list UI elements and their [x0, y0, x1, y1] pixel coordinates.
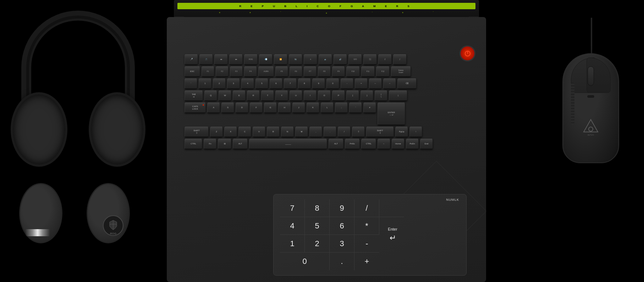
key-f13[interactable]: 🎵	[199, 54, 213, 65]
key-minus[interactable]: -	[341, 78, 353, 89]
key-rshift2[interactable]: ⇧	[352, 127, 365, 137]
key-backspace[interactable]: ⌫	[397, 78, 417, 89]
numpad-6[interactable]: 6	[330, 217, 354, 235]
key-caps[interactable]: CAPSLOCK	[185, 103, 206, 113]
key-f7[interactable]: F7	[304, 66, 317, 77]
key-end[interactable]: End	[420, 139, 433, 149]
key-lshift[interactable]: SHIFT⇧	[185, 127, 209, 137]
mouse-dpi-button[interactable]	[587, 95, 595, 98]
numpad-1[interactable]: 1	[280, 235, 305, 253]
key-f17[interactable]: ⬛	[363, 54, 377, 65]
key-win[interactable]: ⊞	[218, 139, 231, 149]
key-alt-r[interactable]: ALT	[329, 139, 343, 149]
key-p[interactable]: P	[332, 90, 345, 101]
key-d[interactable]: D	[236, 103, 248, 113]
key-u[interactable]: U	[290, 90, 302, 101]
key-arrow-right[interactable]: →	[383, 78, 396, 89]
key-g[interactable]: G	[264, 103, 277, 113]
key-fan[interactable]: 💨	[259, 54, 273, 65]
key-s[interactable]: S	[221, 103, 234, 113]
key-0[interactable]: 0	[326, 78, 339, 89]
key-2[interactable]: 2	[213, 78, 226, 89]
key-vol-up[interactable]: 🔊	[334, 54, 347, 65]
key-space[interactable]: _____	[249, 139, 327, 149]
key-x[interactable]: X	[224, 127, 237, 137]
key-l[interactable]: L	[321, 103, 334, 113]
key-a[interactable]: A	[207, 103, 220, 113]
numpad-8[interactable]: 8	[305, 199, 330, 217]
key-6[interactable]: 6	[270, 78, 282, 89]
key-disp[interactable]: O/O	[348, 54, 362, 65]
key-f8[interactable]: F8	[318, 66, 331, 77]
key-fn[interactable]: Fn	[204, 139, 216, 149]
key-enter[interactable]: ENTER←↩	[378, 103, 405, 125]
numpad-7[interactable]: 7	[280, 199, 305, 217]
key-del-ins[interactable]: DeleteInsert	[391, 66, 411, 77]
key-slash[interactable]: /	[338, 127, 351, 137]
numpad-2[interactable]: 2	[305, 235, 330, 253]
numpad-mul[interactable]: *	[354, 217, 379, 235]
key-f18[interactable]: Z	[378, 54, 392, 65]
key-comma[interactable]: ,	[309, 127, 322, 137]
key-mic[interactable]: 🎤	[185, 54, 198, 65]
key-home[interactable]: Home	[392, 139, 404, 149]
key-7[interactable]: 7	[284, 78, 297, 89]
key-ctrl-r[interactable]: CTRL	[361, 139, 376, 149]
key-left[interactable]: ←	[378, 139, 390, 149]
key-equals[interactable]: =	[355, 78, 368, 89]
key-f3[interactable]: F3	[230, 66, 243, 77]
key-backslash[interactable]: |\	[375, 90, 387, 101]
key-f14[interactable]: ⏮	[214, 54, 228, 65]
key-rbracket[interactable]: ]	[360, 90, 373, 101]
key-f5[interactable]: F5	[275, 66, 288, 77]
key-f1[interactable]: F1	[202, 66, 214, 77]
key-f4[interactable]: F4	[244, 66, 257, 77]
key-o[interactable]: O	[318, 90, 331, 101]
key-period[interactable]: .	[324, 127, 336, 137]
key-b[interactable]: B	[267, 127, 280, 137]
key-kb-light[interactable]: ☀	[304, 54, 317, 65]
key-lbracket[interactable]: [	[346, 90, 359, 101]
numpad-minus[interactable]: -	[354, 235, 379, 253]
key-rshift[interactable]: SHIFT⇧	[366, 127, 394, 137]
key-f19[interactable]: ƒ	[393, 54, 407, 65]
key-camera[interactable]: 📷	[289, 54, 302, 65]
key-wifi[interactable]: 📶	[274, 54, 287, 65]
key-9[interactable]: 9	[312, 78, 325, 89]
key-t[interactable]: T	[261, 90, 274, 101]
key-arrow-left[interactable]: ←	[369, 78, 382, 89]
key-8[interactable]: 8	[298, 78, 311, 89]
key-3[interactable]: 3	[227, 78, 240, 89]
numpad-3[interactable]: 3	[330, 235, 354, 253]
key-i[interactable]: I	[304, 90, 317, 101]
key-n[interactable]: N	[281, 127, 294, 137]
key-pgdn-sh[interactable]: ↑	[409, 127, 422, 137]
key-1[interactable]: 1	[199, 78, 211, 89]
key-y[interactable]: Y	[275, 90, 288, 101]
key-q[interactable]: Q	[204, 90, 217, 101]
key-w[interactable]: W	[219, 90, 231, 101]
key-esc[interactable]: ESC	[185, 66, 200, 77]
key-backtick[interactable]: `	[185, 78, 197, 89]
numpad-0[interactable]: 0	[280, 253, 330, 270]
key-semicolon[interactable]: ;	[335, 103, 348, 113]
key-ctrl-l[interactable]: CTRL	[185, 139, 202, 149]
key-pgup[interactable]: PgUp	[395, 127, 408, 137]
key-f10[interactable]: F10	[346, 66, 360, 77]
key-alt-l[interactable]: ALT	[233, 139, 248, 149]
key-m[interactable]: M	[295, 127, 308, 137]
numpad-dot[interactable]: .	[330, 253, 354, 270]
numpad-plus[interactable]: +	[354, 253, 379, 270]
key-v[interactable]: V	[253, 127, 265, 137]
key-pipe[interactable]: |	[389, 90, 407, 101]
key-h[interactable]: H	[278, 103, 291, 113]
key-j[interactable]: J	[292, 103, 305, 113]
key-r[interactable]: R	[247, 90, 260, 101]
key-f6[interactable]: F6	[290, 66, 302, 77]
key-f11[interactable]: F11	[361, 66, 375, 77]
key-vol-down[interactable]: 🔉	[319, 54, 332, 65]
key-hash[interactable]: #	[363, 103, 376, 113]
key-f5-aura[interactable]: AURA	[258, 66, 274, 77]
key-e[interactable]: E	[233, 90, 246, 101]
key-f12[interactable]: F12	[376, 66, 390, 77]
